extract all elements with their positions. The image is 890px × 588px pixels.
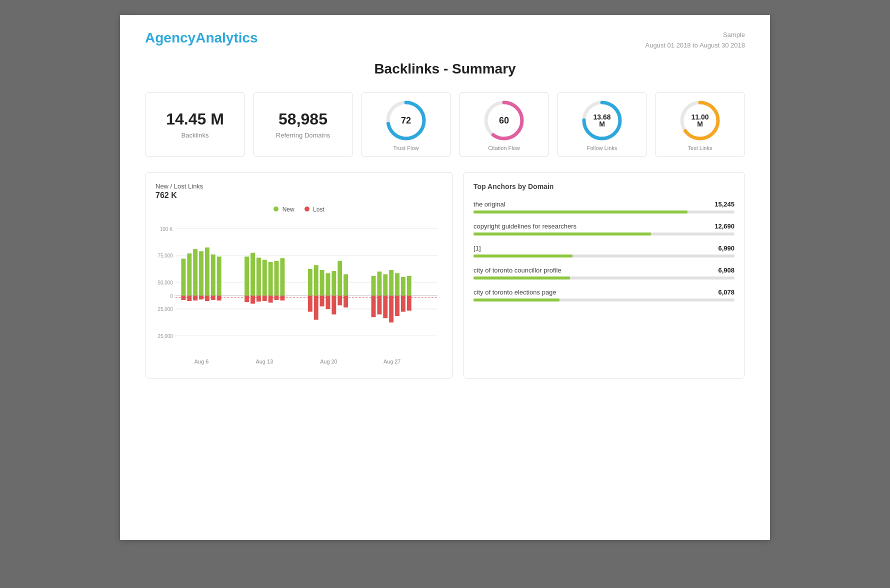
- bottom-row: New / Lost Links 762 K New Lost: [145, 172, 745, 378]
- gauge-follow-links: 13.68 M: [580, 98, 624, 143]
- metric-card-referring-domains: 58,985 Referring Domains: [253, 92, 353, 157]
- svg-rect-54: [217, 296, 222, 300]
- legend-lost-label: Lost: [313, 206, 324, 213]
- svg-rect-45: [395, 273, 400, 296]
- anchor-item-4: city of toronto elections page 6,078: [474, 288, 734, 302]
- svg-rect-26: [217, 256, 222, 296]
- gauge-number-trust-flow: 72: [401, 116, 411, 125]
- svg-rect-23: [199, 251, 204, 296]
- svg-rect-22: [193, 249, 198, 296]
- svg-rect-31: [268, 262, 273, 296]
- header: AgencyAnalytics Sample August 01 2018 to…: [145, 30, 745, 51]
- anchor-bar-fill-0: [474, 210, 688, 214]
- svg-rect-51: [199, 296, 204, 300]
- svg-rect-60: [274, 296, 279, 300]
- gauge-label-trust-flow: Trust Flow: [394, 145, 419, 151]
- legend-lost: Lost: [304, 206, 324, 213]
- metric-value-backlinks: 14.45 M: [166, 110, 224, 128]
- svg-rect-24: [205, 248, 210, 296]
- anchor-name-4: city of toronto elections page: [474, 288, 556, 296]
- anchor-bar-bg-0: [474, 210, 734, 214]
- svg-rect-57: [256, 296, 261, 302]
- svg-rect-42: [377, 272, 382, 296]
- svg-rect-32: [274, 260, 279, 296]
- svg-rect-28: [250, 252, 255, 296]
- gauge-label-text-links: Text Links: [688, 145, 712, 151]
- anchor-value-0: 15,245: [714, 200, 734, 208]
- gauge-number-follow-links: 13.68 M: [591, 114, 614, 128]
- svg-text:Aug 13: Aug 13: [256, 358, 273, 364]
- gauge-card-trust-flow: 72 Trust Flow: [361, 92, 451, 157]
- svg-rect-58: [262, 296, 267, 301]
- svg-rect-46: [401, 276, 406, 296]
- svg-rect-40: [344, 274, 348, 296]
- metric-card-backlinks: 14.45 M Backlinks: [145, 92, 245, 157]
- svg-rect-20: [181, 258, 186, 296]
- gauge-card-follow-links: 13.68 M Follow Links: [557, 92, 647, 157]
- anchors-panel: Top Anchors by Domain the original 15,24…: [463, 172, 745, 378]
- sample-label: Sample: [645, 30, 745, 40]
- svg-rect-62: [308, 296, 312, 312]
- date-range: August 01 2018 to August 30 2018: [645, 40, 745, 51]
- svg-rect-49: [187, 296, 192, 301]
- anchor-value-2: 6,990: [718, 244, 734, 252]
- svg-rect-61: [280, 296, 284, 300]
- anchor-value-1: 12,690: [714, 222, 734, 230]
- anchor-bar-fill-1: [474, 232, 651, 236]
- svg-rect-44: [389, 270, 394, 296]
- chart-title: New / Lost Links: [156, 182, 442, 190]
- svg-rect-52: [205, 296, 210, 301]
- anchor-item-2: [1] 6,990: [474, 244, 734, 258]
- anchor-value-4: 6,078: [718, 288, 734, 296]
- svg-rect-53: [211, 296, 216, 300]
- anchor-item-1: copyright guidelines for researchers 12,…: [474, 222, 734, 236]
- svg-rect-38: [332, 271, 336, 296]
- svg-rect-75: [407, 296, 412, 310]
- anchor-bar-fill-4: [474, 298, 560, 302]
- anchor-name-3: city of toronto councillor profile: [474, 266, 562, 274]
- anchor-bar-bg-1: [474, 232, 734, 236]
- gauge-trust-flow: 72: [384, 98, 428, 143]
- legend-lost-dot: [304, 206, 310, 212]
- gauge-card-text-links: 11.00 M Text Links: [655, 92, 745, 157]
- svg-rect-72: [389, 296, 394, 322]
- svg-text:25,000: 25,000: [158, 333, 172, 338]
- anchor-bar-bg-4: [474, 298, 734, 302]
- metric-label-referring-domains: Referring Domains: [276, 132, 330, 139]
- svg-rect-29: [256, 258, 261, 296]
- svg-rect-48: [181, 296, 186, 300]
- anchor-name-1: copyright guidelines for researchers: [474, 222, 576, 230]
- svg-text:75,000: 75,000: [158, 253, 172, 258]
- anchor-bar-fill-3: [474, 276, 570, 280]
- logo: AgencyAnalytics: [145, 30, 258, 46]
- gauge-card-citation-flow: 60 Citation Flow: [459, 92, 549, 157]
- svg-rect-70: [377, 296, 382, 314]
- gauge-label-citation-flow: Citation Flow: [488, 145, 520, 151]
- svg-rect-27: [244, 256, 249, 296]
- svg-text:25,000: 25,000: [158, 306, 172, 312]
- anchors-title: Top Anchors by Domain: [474, 182, 734, 190]
- anchor-value-3: 6,908: [718, 266, 734, 274]
- svg-text:50,000: 50,000: [158, 280, 172, 285]
- svg-rect-59: [268, 296, 273, 302]
- svg-rect-36: [320, 270, 324, 296]
- svg-rect-71: [383, 296, 388, 318]
- chart-panel: New / Lost Links 762 K New Lost: [145, 172, 453, 378]
- svg-rect-65: [326, 296, 330, 309]
- svg-rect-69: [372, 296, 376, 317]
- svg-text:Aug 20: Aug 20: [320, 358, 337, 364]
- page-title: Backlinks - Summary: [145, 61, 745, 77]
- svg-rect-33: [280, 258, 284, 296]
- svg-text:Aug 6: Aug 6: [194, 358, 208, 364]
- svg-rect-41: [372, 276, 376, 296]
- chart-legend: New Lost: [156, 206, 442, 213]
- svg-rect-55: [244, 296, 249, 302]
- svg-text:Aug 27: Aug 27: [384, 358, 400, 364]
- anchor-bar-bg-3: [474, 276, 734, 280]
- gauge-label-follow-links: Follow Links: [587, 145, 618, 151]
- gauge-number-text-links: 11.00 M: [689, 114, 712, 128]
- legend-new-label: New: [282, 206, 294, 213]
- svg-rect-66: [332, 296, 336, 314]
- svg-rect-39: [338, 260, 342, 296]
- anchor-bar-bg-2: [474, 254, 734, 258]
